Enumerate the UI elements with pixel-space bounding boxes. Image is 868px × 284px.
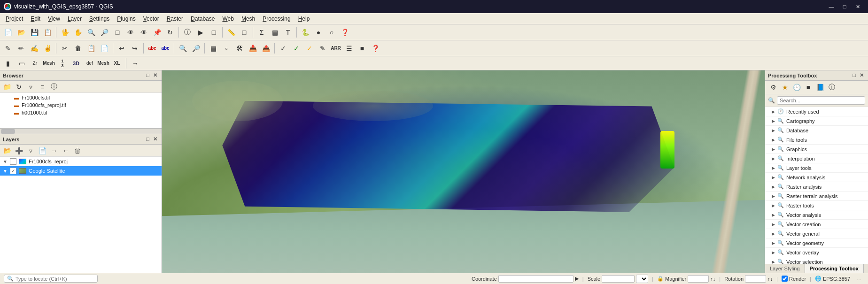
tb-annotate[interactable]: ✎ xyxy=(317,42,329,54)
tb-zoom-all[interactable]: 👁 xyxy=(124,26,137,38)
tb-save[interactable]: 💾 xyxy=(28,26,40,38)
tb-delete[interactable]: 🗑 xyxy=(72,42,84,54)
tb-summary[interactable]: Σ xyxy=(256,26,268,38)
menu-plugins[interactable]: Plugins xyxy=(113,15,139,23)
menu-help[interactable]: Help xyxy=(294,15,314,23)
tb-mesh-xl[interactable]: XL xyxy=(111,57,123,69)
tb-terminal[interactable]: ■ xyxy=(356,42,368,54)
render-checkbox[interactable] xyxy=(782,276,788,282)
locate-input[interactable] xyxy=(16,276,91,282)
toolbox-item-vector-general[interactable]: ▶ 🔍 Vector general xyxy=(765,229,868,238)
tb-mesh3[interactable]: Z↑ xyxy=(29,57,41,69)
tb-list[interactable]: ☰ xyxy=(343,42,355,54)
tb-zoom-map[interactable]: 🔍 xyxy=(177,42,189,54)
browser-hscroll[interactable] xyxy=(0,128,162,134)
toolbox-info-btn[interactable]: ⓘ xyxy=(827,82,837,92)
menu-mesh[interactable]: Mesh xyxy=(238,15,259,23)
menu-processing[interactable]: Processing xyxy=(259,15,294,23)
layers-expand-btn[interactable]: → xyxy=(49,146,59,156)
layer-item-fr1000[interactable]: ▼ Fr1000cfs_reproj xyxy=(0,157,162,166)
tb-cut[interactable]: ✂ xyxy=(59,42,71,54)
tb-edit4[interactable]: ✌ xyxy=(41,42,54,54)
layer-item-google[interactable]: ▼ ✓ Google Satellite xyxy=(0,166,162,176)
toolbox-item-network-analysis[interactable]: ▶ 🔍 Network analysis xyxy=(765,173,868,182)
tb-check2[interactable]: ✓ xyxy=(290,42,302,54)
toolbox-gear-btn[interactable]: ⚙ xyxy=(768,82,778,92)
menu-view[interactable]: View xyxy=(44,15,64,23)
toolbox-item-recently-used[interactable]: ▶ 🕑 Recently used xyxy=(765,107,868,116)
tb-python[interactable]: 🐍 xyxy=(299,26,311,38)
minimize-button[interactable]: — xyxy=(825,0,838,13)
tb-open[interactable]: 📂 xyxy=(15,26,27,38)
tb-zoom-in[interactable]: 🔍 xyxy=(85,26,97,38)
toolbox-history-btn[interactable]: 🕑 xyxy=(791,82,802,92)
toolbox-search-input[interactable] xyxy=(777,96,865,105)
tab-processing-toolbox[interactable]: Processing Toolbox xyxy=(805,264,864,273)
maximize-button[interactable]: □ xyxy=(838,0,851,13)
toolbox-item-cartography[interactable]: ▶ 🔍 Cartography xyxy=(765,116,868,126)
tb-mesh-123[interactable]: 13 xyxy=(56,57,69,69)
tb-adv1[interactable]: ▤ xyxy=(207,42,219,54)
tb-zoom-layer[interactable]: 👁 xyxy=(138,26,150,38)
tb-zoom-map2[interactable]: 🔎 xyxy=(190,42,202,54)
tb-check1[interactable]: ✓ xyxy=(277,42,289,54)
tb-pan[interactable]: 🖐 xyxy=(59,26,71,38)
close-button[interactable]: ✕ xyxy=(851,0,864,13)
toolbox-book-btn[interactable]: 📘 xyxy=(815,82,825,92)
menu-project[interactable]: Project xyxy=(2,15,27,23)
tb-pan2[interactable]: ✋ xyxy=(72,26,84,38)
browser-file-1[interactable]: ▬ Fr1000cfs.tif xyxy=(0,94,162,101)
tb-spell2[interactable]: abc xyxy=(159,42,171,54)
map-canvas[interactable] xyxy=(162,70,765,273)
menu-raster[interactable]: Raster xyxy=(163,15,187,23)
browser-collapse-btn[interactable]: ≡ xyxy=(37,82,47,92)
scale-input[interactable]: 1:2032 xyxy=(602,275,635,283)
toolbox-item-vector-overlay[interactable]: ▶ 🔍 Vector overlay xyxy=(765,248,868,257)
toolbox-item-vector-analysis[interactable]: ▶ 🔍 Vector analysis xyxy=(765,210,868,220)
toolbox-star-btn[interactable]: ★ xyxy=(780,82,790,92)
tb-mesh-label2[interactable]: Mesh xyxy=(97,57,109,69)
tb-edit3[interactable]: ✍ xyxy=(28,42,40,54)
tb-plugin1[interactable]: ● xyxy=(312,26,325,38)
browser-info-btn[interactable]: ⓘ xyxy=(49,82,59,92)
tb-adv3[interactable]: 🛠 xyxy=(233,42,246,54)
tb-mesh-label[interactable]: Mesh xyxy=(43,57,55,69)
tb-copy[interactable]: 📋 xyxy=(85,42,97,54)
tb-help[interactable]: ❓ xyxy=(339,26,351,38)
tb-measure[interactable]: 📏 xyxy=(225,26,237,38)
toolbox-item-vector-geometry[interactable]: ▶ 🔍 Vector geometry xyxy=(765,238,868,248)
coordinate-input[interactable]: -13507455.2,4753244.1 xyxy=(498,275,574,283)
browser-file-3[interactable]: ▬ h001000.tif xyxy=(0,109,162,116)
tab-layer-styling[interactable]: Layer Styling xyxy=(765,264,805,273)
browser-refresh-btn[interactable]: ↻ xyxy=(14,82,24,92)
layers-close-btn[interactable]: ✕ xyxy=(152,136,159,143)
menu-database[interactable]: Database xyxy=(187,15,218,23)
toolbox-item-vector-selection[interactable]: ▶ 🔍 Vector selection xyxy=(765,257,868,264)
toolbox-float-btn[interactable]: □ xyxy=(851,72,857,79)
browser-float-btn[interactable]: □ xyxy=(145,72,151,79)
tb-label[interactable]: T xyxy=(282,26,294,38)
toolbox-item-layer-tools[interactable]: ▶ 🔍 Layer tools xyxy=(765,163,868,173)
tb-zoom-out[interactable]: 🔎 xyxy=(98,26,110,38)
statusbar-menu-btn[interactable]: … xyxy=(854,275,864,283)
tb-measure2[interactable]: □ xyxy=(238,26,250,38)
tb-plugin2[interactable]: ○ xyxy=(326,26,338,38)
tb-paste[interactable]: 📄 xyxy=(98,42,110,54)
toolbox-item-file-tools[interactable]: ▶ 🔍 File tools xyxy=(765,135,868,145)
tb-select[interactable]: ▶ xyxy=(194,26,207,38)
tb-undo[interactable]: ↩ xyxy=(116,42,128,54)
tb-mesh-3d[interactable]: 3D xyxy=(70,57,82,69)
tb-check3[interactable]: ✓ xyxy=(303,42,316,54)
toolbox-item-raster-tools[interactable]: ▶ 🔍 Raster tools xyxy=(765,201,868,210)
layers-float-btn[interactable]: □ xyxy=(145,136,151,143)
tb-deselect[interactable]: □ xyxy=(208,26,220,38)
toolbox-item-database[interactable]: ▶ 🔍 Database xyxy=(765,126,868,135)
layers-add-btn[interactable]: ➕ xyxy=(14,146,24,156)
tb-spell1[interactable]: abc xyxy=(146,42,158,54)
render-checkbox-area[interactable]: Render xyxy=(782,276,806,282)
toolbox-item-vector-creation[interactable]: ▶ 🔍 Vector creation xyxy=(765,220,868,229)
tb-zoom-sel[interactable]: 📌 xyxy=(151,26,163,38)
rotation-input[interactable]: 0.0 ° xyxy=(745,275,766,283)
tb-arr[interactable]: ARR xyxy=(330,42,342,54)
layers-remove-btn[interactable]: 🗑 xyxy=(72,146,83,156)
